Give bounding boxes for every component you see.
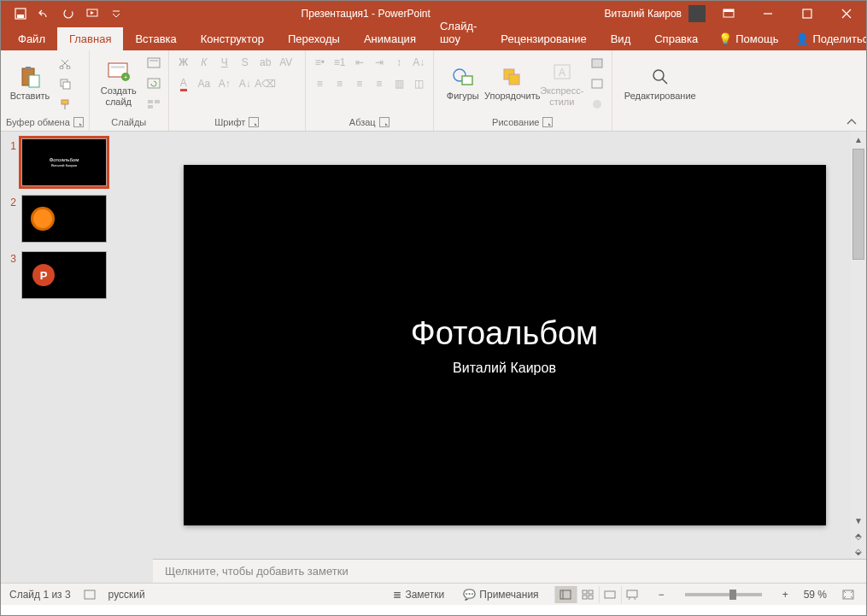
tab-view[interactable]: Вид: [599, 27, 643, 50]
tab-insert[interactable]: Вставка: [123, 27, 188, 50]
tab-slideshow[interactable]: Слайд-шоу: [428, 15, 489, 50]
zoom-percent[interactable]: 59 %: [804, 589, 827, 601]
scroll-thumb[interactable]: [852, 149, 864, 260]
justify-button[interactable]: ≡: [370, 75, 388, 92]
sorter-view-button[interactable]: [577, 586, 599, 603]
scroll-up-button[interactable]: ▲: [851, 132, 866, 147]
numbering-button[interactable]: ≡1: [331, 54, 349, 71]
format-painter-button[interactable]: [56, 95, 74, 114]
tab-file[interactable]: Файл: [6, 27, 57, 50]
zoom-slider[interactable]: [685, 593, 762, 596]
italic-button[interactable]: К: [195, 54, 214, 71]
new-slide-button[interactable]: + Создать слайд: [95, 54, 143, 114]
arrange-icon: [501, 65, 524, 89]
bulb-icon: 💡: [718, 32, 732, 45]
cut-button[interactable]: [56, 54, 74, 73]
comments-toggle-button[interactable]: 💬Примечания: [460, 589, 542, 601]
zoom-handle[interactable]: [729, 590, 736, 600]
prev-slide-button[interactable]: ⬘: [851, 528, 866, 543]
change-case-button[interactable]: Aa: [195, 75, 214, 92]
char-spacing-button[interactable]: AV: [277, 54, 296, 71]
undo-button[interactable]: [33, 3, 56, 25]
spellcheck-icon[interactable]: [83, 589, 97, 601]
tab-home[interactable]: Главная: [57, 27, 123, 50]
fit-to-window-button[interactable]: [839, 590, 858, 600]
slide-counter[interactable]: Слайд 1 из 3: [9, 589, 71, 601]
bullets-button[interactable]: ≡•: [311, 54, 329, 71]
vertical-scrollbar[interactable]: ▲ ▼ ⬘ ⬙: [851, 132, 866, 559]
share-button[interactable]: 👤Поделиться: [787, 27, 867, 50]
maximize-button[interactable]: [788, 1, 827, 26]
tab-review[interactable]: Рецензирование: [489, 27, 598, 50]
editing-button[interactable]: Редактирование: [618, 54, 703, 114]
view-buttons: [554, 586, 643, 603]
close-button[interactable]: [827, 1, 866, 26]
notes-pane[interactable]: Щелкните, чтобы добавить заметки: [153, 559, 866, 583]
slide-thumbnail-3[interactable]: P: [21, 251, 107, 299]
smartart-button[interactable]: ◫: [410, 75, 428, 92]
bold-button[interactable]: Ж: [174, 54, 193, 71]
align-center-button[interactable]: ≡: [331, 75, 349, 92]
slide-canvas-wrap: Фотоальбом Виталий Каиров ▲ ▼ ⬘ ⬙: [153, 132, 866, 559]
shapes-button[interactable]: Фигуры: [439, 54, 487, 114]
drawing-launcher[interactable]: [542, 117, 553, 127]
normal-view-button[interactable]: [554, 586, 577, 603]
language-label[interactable]: русский: [108, 589, 145, 601]
shadow-button[interactable]: ab: [256, 54, 275, 71]
shape-outline-button[interactable]: [588, 74, 606, 93]
zoom-in-button[interactable]: +: [779, 589, 792, 601]
zoom-out-button[interactable]: −: [655, 589, 668, 601]
underline-button[interactable]: Ч: [215, 54, 234, 71]
shrink-font-button[interactable]: A↓: [236, 75, 255, 92]
scroll-down-button[interactable]: ▼: [851, 513, 866, 528]
indent-dec-button[interactable]: ⇤: [350, 54, 368, 71]
thumbnail-number: 1: [4, 138, 16, 152]
tab-animations[interactable]: Анимация: [352, 27, 428, 50]
clear-format-button[interactable]: A⌫: [256, 75, 275, 92]
tell-me-button[interactable]: 💡Помощь: [710, 27, 787, 50]
next-slide-button[interactable]: ⬙: [851, 543, 866, 559]
ribbon-display-options-button[interactable]: [709, 1, 748, 26]
section-button[interactable]: [144, 95, 163, 114]
save-button[interactable]: [9, 3, 32, 25]
indent-inc-button[interactable]: ⇥: [370, 54, 388, 71]
start-slideshow-button[interactable]: [81, 3, 103, 25]
qat-customize-button[interactable]: [105, 3, 127, 25]
quick-styles-icon: A: [550, 60, 574, 84]
reset-button[interactable]: [144, 74, 163, 93]
status-bar: Слайд 1 из 3 русский ≣Заметки 💬Примечани…: [1, 583, 866, 605]
arrange-button[interactable]: Упорядочить: [489, 54, 536, 114]
strike-button[interactable]: S: [236, 54, 255, 71]
paragraph-launcher[interactable]: [379, 117, 390, 127]
line-spacing-button[interactable]: ↕: [390, 54, 407, 71]
notes-toggle-button[interactable]: ≣Заметки: [390, 589, 448, 601]
font-color-button[interactable]: A: [174, 75, 193, 92]
minimize-button[interactable]: [748, 1, 788, 26]
shape-effects-button[interactable]: [588, 95, 606, 114]
tab-design[interactable]: Конструктор: [189, 27, 276, 50]
layout-button[interactable]: [144, 54, 163, 73]
slide-canvas[interactable]: Фотоальбом Виталий Каиров: [184, 165, 826, 525]
tab-transitions[interactable]: Переходы: [276, 27, 352, 50]
clipboard-launcher[interactable]: [73, 117, 84, 127]
text-direction-button[interactable]: A↓: [410, 54, 428, 71]
quick-styles-button[interactable]: A Экспресс-стили: [538, 54, 586, 114]
grow-font-button[interactable]: A↑: [215, 75, 234, 92]
font-launcher[interactable]: [249, 117, 259, 127]
redo-button[interactable]: [57, 3, 79, 25]
collapse-ribbon-button[interactable]: [844, 115, 859, 127]
copy-button[interactable]: [56, 74, 74, 93]
svg-point-37: [593, 100, 601, 109]
paste-button[interactable]: Вставить: [6, 54, 54, 114]
slideshow-view-button[interactable]: [621, 586, 643, 603]
columns-button[interactable]: ▥: [390, 75, 407, 92]
slide-thumbnail-2[interactable]: [21, 195, 107, 243]
shape-fill-button[interactable]: [588, 54, 606, 73]
tab-help[interactable]: Справка: [642, 27, 710, 50]
align-right-button[interactable]: ≡: [350, 75, 368, 92]
svg-rect-30: [462, 76, 472, 85]
align-left-button[interactable]: ≡: [311, 75, 329, 92]
slide-thumbnail-1[interactable]: ФотоальбомВиталий Каиров: [21, 138, 107, 186]
user-avatar[interactable]: [688, 5, 706, 22]
reading-view-button[interactable]: [599, 586, 621, 603]
